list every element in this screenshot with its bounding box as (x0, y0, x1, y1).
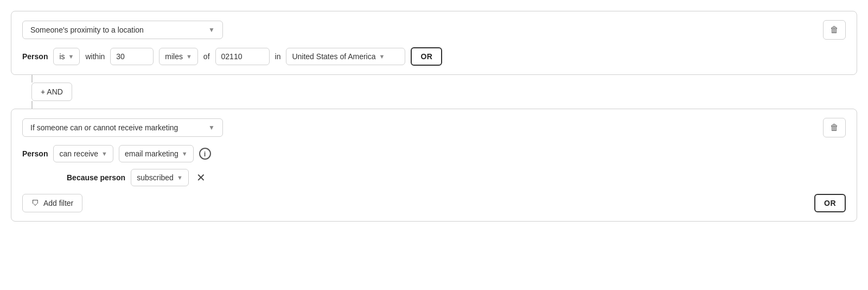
zip-input[interactable] (215, 48, 270, 65)
trash-icon-1: 🗑 (830, 25, 839, 35)
condition-type-dropdown-2[interactable]: If someone can or cannot receive marketi… (22, 118, 223, 137)
chevron-down-icon-1: ▼ (208, 26, 215, 34)
chevron-down-icon-country: ▼ (379, 53, 385, 60)
chevron-down-icon-email-marketing: ▼ (182, 150, 188, 157)
within-label: within (85, 52, 105, 61)
chevron-down-icon-2: ▼ (208, 124, 215, 131)
condition-header-1: Someone's proximity to a location ▼ 🗑 (22, 20, 846, 40)
remove-because-button[interactable]: ✕ (194, 172, 208, 183)
condition-type-label-2: If someone can or cannot receive marketi… (30, 123, 178, 132)
chevron-down-icon-is: ▼ (68, 53, 74, 60)
condition-block-1: Someone's proximity to a location ▼ 🗑 Pe… (11, 11, 857, 75)
chevron-down-icon-subscribed: ▼ (177, 174, 183, 181)
can-receive-dropdown[interactable]: can receive ▼ (53, 145, 113, 162)
vertical-line-bottom (31, 101, 33, 109)
subscribed-dropdown[interactable]: subscribed ▼ (131, 169, 189, 186)
country-dropdown[interactable]: United States of America ▼ (286, 48, 405, 65)
is-value: is (59, 52, 65, 61)
trash-icon-2: 🗑 (830, 123, 839, 133)
and-button[interactable]: + AND (31, 83, 72, 101)
vertical-line-top (31, 75, 33, 83)
is-dropdown[interactable]: is ▼ (53, 48, 80, 65)
delete-button-1[interactable]: 🗑 (823, 20, 846, 40)
add-filter-button[interactable]: ⛉ Add filter (22, 194, 82, 212)
country-value: United States of America (292, 52, 375, 61)
chevron-down-icon-can-receive: ▼ (101, 150, 107, 157)
add-filter-row: ⛉ Add filter OR (22, 194, 846, 212)
add-filter-label: Add filter (43, 199, 73, 207)
delete-button-2[interactable]: 🗑 (823, 118, 846, 137)
email-marketing-dropdown[interactable]: email marketing ▼ (119, 145, 194, 162)
filter-icon: ⛉ (31, 199, 39, 207)
person-label-2: Person (22, 149, 48, 158)
unit-dropdown[interactable]: miles ▼ (159, 48, 198, 65)
in-label: in (275, 52, 281, 61)
condition-block-2: If someone can or cannot receive marketi… (11, 109, 857, 222)
condition-type-dropdown-1[interactable]: Someone's proximity to a location ▼ (22, 21, 223, 39)
of-label: of (203, 52, 210, 61)
because-row: Because person subscribed ▼ ✕ (22, 169, 846, 186)
condition-header-2: If someone can or cannot receive marketi… (22, 118, 846, 137)
person-label-1: Person (22, 52, 48, 61)
can-receive-value: can receive (59, 149, 98, 158)
chevron-down-icon-unit: ▼ (186, 53, 192, 60)
because-person-label: Because person (67, 173, 125, 182)
info-icon[interactable]: i (199, 148, 211, 160)
and-connector-section: + AND (11, 75, 857, 109)
unit-value: miles (165, 52, 183, 61)
condition-type-label-1: Someone's proximity to a location (30, 26, 144, 34)
or-button-2[interactable]: OR (814, 194, 846, 212)
email-marketing-value: email marketing (125, 149, 178, 158)
distance-input[interactable] (110, 48, 154, 65)
or-button-1[interactable]: OR (411, 47, 442, 66)
condition-row-2: Person can receive ▼ email marketing ▼ i (22, 145, 846, 162)
subscribed-value: subscribed (137, 173, 174, 182)
condition-row-1: Person is ▼ within miles ▼ of in United … (22, 47, 846, 66)
